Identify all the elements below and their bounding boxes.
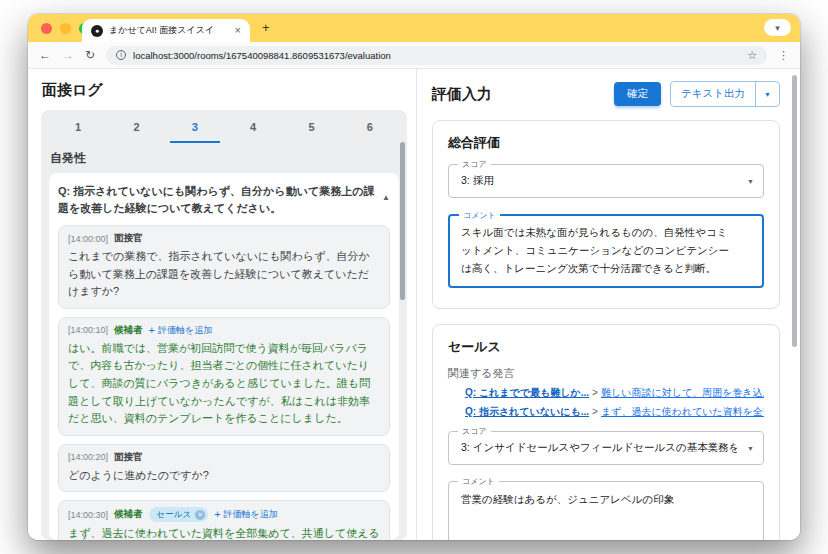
question-text: Q: 指示されていないにも関わらず、自分から動いて業務上の課題を改善した経験につ… bbox=[58, 183, 376, 217]
message-time: [14:00:30] bbox=[68, 510, 108, 520]
back-icon[interactable]: ← bbox=[39, 49, 51, 61]
tab-question-2[interactable]: 2 bbox=[107, 110, 165, 143]
score-label: スコア bbox=[458, 159, 491, 170]
reload-icon[interactable]: ↻ bbox=[85, 49, 95, 61]
sales-comment-value: 営業の経験はあるが、ジュニアレベルの印象 bbox=[461, 491, 737, 509]
sales-title: セールス bbox=[448, 338, 764, 356]
chip-delete-icon[interactable]: ✕ bbox=[195, 510, 205, 520]
url-text: localhost:3000/rooms/167540098841.860953… bbox=[133, 50, 740, 61]
tab-question-6[interactable]: 6 bbox=[341, 110, 399, 143]
browser-menu-icon[interactable]: ⋮ bbox=[778, 49, 789, 62]
sales-evaluation-card: セールス 関連する発言 Q: これまでで最も難しか...>難しい商談に対して、周… bbox=[432, 324, 780, 540]
related-statements-list: Q: これまでで最も難しか...>難しい商談に対して、周囲を巻き込んで取り...… bbox=[448, 386, 764, 419]
message-speaker: 候補者 bbox=[114, 324, 143, 337]
related-statements-label: 関連する発言 bbox=[448, 366, 764, 381]
page-content: 面接ログ 1 2 3 4 5 6 自発性 Q: 指示されていないにも関わらず、自… bbox=[28, 69, 800, 540]
confirm-button[interactable]: 確定 bbox=[614, 82, 661, 106]
log-message: [14:00:00] 面接官 これまでの業務で、指示されていないにも関わらず、自… bbox=[58, 225, 390, 309]
select-caret-icon: ▼ bbox=[747, 444, 754, 451]
log-card: 1 2 3 4 5 6 自発性 Q: 指示されていないにも関わらず、自分から動い… bbox=[41, 110, 407, 540]
related-question-link[interactable]: Q: 指示されていないにも... bbox=[465, 406, 589, 417]
add-axis-link[interactable]: +評価軸を追加 bbox=[214, 508, 278, 521]
related-answer-link[interactable]: 難しい商談に対して、周囲を巻き込んで取り... bbox=[601, 387, 764, 398]
related-statement: Q: これまでで最も難しか...>難しい商談に対して、周囲を巻き込んで取り... bbox=[465, 386, 764, 400]
axis-chip-sales[interactable]: セールス✕ bbox=[149, 507, 209, 522]
overall-score-value: 3: 採用 bbox=[461, 174, 737, 188]
message-speaker: 面接官 bbox=[114, 232, 143, 245]
question-card: Q: 指示されていないにも関わらず、自分から動いて業務上の課題を改善した経験につ… bbox=[49, 173, 399, 540]
message-time: [14:00:20] bbox=[68, 452, 108, 462]
tab-question-3[interactable]: 3 bbox=[166, 110, 224, 143]
sales-comment-textarea[interactable]: コメント 営業の経験はあるが、ジュニアレベルの印象 bbox=[448, 481, 764, 540]
bookmark-star-icon[interactable]: ☆ bbox=[747, 49, 757, 62]
browser-window: ● まかせてAI! 面接スイスイ × + ▾ ← → ↻ i localhost… bbox=[28, 14, 800, 540]
log-panel-title: 面接ログ bbox=[42, 81, 407, 100]
tab-question-1[interactable]: 1 bbox=[49, 110, 107, 143]
export-dropdown-caret-icon[interactable]: ▼ bbox=[756, 82, 779, 106]
related-separator: > bbox=[592, 387, 598, 398]
sales-score-select[interactable]: スコア 3: インサイドセールスやフィールドセールスの基本業務を実施できる。成果… bbox=[448, 431, 764, 465]
new-tab-button[interactable]: + bbox=[262, 20, 270, 35]
overall-title: 総合評価 bbox=[448, 134, 764, 152]
log-question-tabs: 1 2 3 4 5 6 bbox=[49, 110, 399, 143]
tab-close-icon[interactable]: × bbox=[235, 25, 241, 36]
evaluation-panel: 評価入力 確定 テキスト出力 ▼ 総合評価 スコア 3: 採用 ▼ コメント ス… bbox=[417, 69, 800, 540]
profile-chevron-button[interactable]: ▾ bbox=[764, 19, 791, 36]
message-text: これまでの業務で、指示されていないにも関わらず、自分から動いて業務上の課題を改善… bbox=[68, 248, 380, 301]
evaluation-scrollbar[interactable] bbox=[792, 75, 797, 347]
message-text: はい。前職では、営業が初回訪問で使う資料が毎回バラバラで、内容も古かったり、担当… bbox=[68, 340, 380, 428]
message-time: [14:00:00] bbox=[68, 234, 108, 244]
message-speaker: 候補者 bbox=[114, 508, 143, 521]
overall-comment-textarea[interactable]: コメント スキル面では未熟な面が見られるものの、自発性やコミットメント、コミュニ… bbox=[448, 214, 764, 288]
log-section-label: 自発性 bbox=[50, 150, 398, 167]
add-axis-link[interactable]: +評価軸を追加 bbox=[149, 324, 213, 337]
text-export-split-button: テキスト出力 ▼ bbox=[670, 81, 780, 107]
overall-comment-value: スキル面では未熟な面が見られるものの、自発性やコミットメント、コミュニケーション… bbox=[461, 224, 737, 278]
browser-tabstrip: ● まかせてAI! 面接スイスイ × + ▾ bbox=[28, 14, 800, 42]
log-message: [14:00:10] 候補者 +評価軸を追加 はい。前職では、営業が初回訪問で使… bbox=[58, 317, 390, 436]
interview-log-panel: 面接ログ 1 2 3 4 5 6 自発性 Q: 指示されていないにも関わらず、自… bbox=[28, 69, 417, 540]
related-answer-link[interactable]: まず、過去に使われていた資料を全部集めて... bbox=[601, 406, 764, 417]
tab-question-5[interactable]: 5 bbox=[282, 110, 340, 143]
forward-icon[interactable]: → bbox=[62, 49, 74, 61]
plus-icon: + bbox=[149, 325, 155, 336]
overall-score-select[interactable]: スコア 3: 採用 ▼ bbox=[448, 164, 764, 198]
comment-label: コメント bbox=[459, 210, 500, 221]
message-text: どのように進めたのですか? bbox=[68, 467, 380, 485]
tab-title: まかせてAI! 面接スイスイ bbox=[109, 24, 229, 37]
score-label: スコア bbox=[458, 426, 491, 437]
log-scrollbar[interactable] bbox=[400, 142, 405, 300]
address-bar[interactable]: i localhost:3000/rooms/167540098841.8609… bbox=[106, 46, 767, 65]
log-message: [14:00:20] 面接官 どのように進めたのですか? bbox=[58, 444, 390, 493]
select-caret-icon: ▼ bbox=[747, 178, 754, 185]
overall-evaluation-card: 総合評価 スコア 3: 採用 ▼ コメント スキル面では未熟な面が見られるものの… bbox=[432, 120, 780, 309]
browser-toolbar: ← → ↻ i localhost:3000/rooms/16754009884… bbox=[28, 42, 800, 69]
sales-score-value: 3: インサイドセールスやフィールドセールスの基本業務を実施できる。成果にばら.… bbox=[461, 441, 737, 455]
message-speaker: 面接官 bbox=[114, 451, 143, 464]
collapse-caret-icon[interactable]: ▲ bbox=[382, 183, 390, 217]
log-message: [14:00:30] 候補者 セールス✕ +評価軸を追加 まず、過去に使われてい… bbox=[58, 500, 390, 540]
evaluation-title: 評価入力 bbox=[432, 85, 614, 104]
browser-tab[interactable]: ● まかせてAI! 面接スイスイ × bbox=[82, 19, 250, 42]
related-separator: > bbox=[592, 406, 598, 417]
comment-label: コメント bbox=[458, 476, 499, 487]
plus-icon: + bbox=[214, 509, 220, 520]
message-text: まず、過去に使われていた資料を全部集めて、共通して使えるスライドと、業種別にカス… bbox=[68, 525, 380, 540]
text-export-button[interactable]: テキスト出力 bbox=[671, 82, 756, 106]
tab-question-4[interactable]: 4 bbox=[224, 110, 282, 143]
minimize-window-button[interactable] bbox=[60, 23, 71, 34]
site-info-icon[interactable]: i bbox=[116, 50, 126, 60]
related-question-link[interactable]: Q: これまでで最も難しか... bbox=[465, 387, 589, 398]
close-window-button[interactable] bbox=[41, 23, 52, 34]
tab-favicon-icon: ● bbox=[91, 25, 103, 37]
related-statement: Q: 指示されていないにも...>まず、過去に使われていた資料を全部集めて... bbox=[465, 405, 764, 419]
message-time: [14:00:10] bbox=[68, 325, 108, 335]
